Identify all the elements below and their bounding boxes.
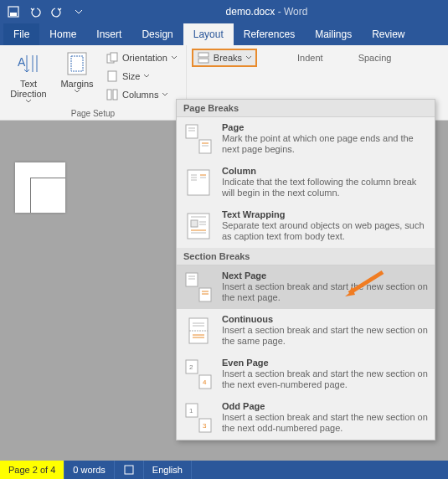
svg-text:3: 3 (203, 422, 207, 430)
svg-rect-11 (198, 59, 209, 63)
svg-text:2: 2 (189, 363, 193, 371)
breaks-button[interactable]: Breaks (192, 49, 257, 67)
column-break-icon (183, 166, 214, 199)
save-icon[interactable] (3, 2, 23, 22)
size-button[interactable]: Size (102, 67, 181, 85)
odd-page-icon: 13 (183, 401, 214, 435)
tab-insert[interactable]: Insert (86, 23, 131, 45)
tab-review[interactable]: Review (362, 23, 415, 45)
svg-rect-7 (108, 71, 116, 81)
svg-rect-9 (113, 90, 117, 100)
page-break-icon (183, 122, 214, 156)
svg-rect-1 (10, 13, 17, 16)
chevron-down-icon (245, 55, 252, 60)
status-language[interactable]: English (144, 461, 192, 479)
menu-item-even-page[interactable]: 24 Even Page Insert a section break and … (177, 353, 435, 396)
svg-rect-8 (107, 90, 111, 100)
group-label-page-setup: Page Setup (5, 107, 181, 118)
columns-button[interactable]: Columns (102, 85, 181, 104)
svg-rect-19 (188, 170, 209, 195)
tab-layout[interactable]: Layout (183, 23, 234, 45)
breaks-dropdown: Page Breaks Page Mark the point at which… (176, 99, 435, 440)
status-page[interactable]: Page 2 of 4 (0, 461, 64, 479)
svg-rect-10 (198, 53, 209, 57)
menu-item-odd-page[interactable]: 13 Odd Page Insert a section break and s… (177, 396, 435, 440)
continuous-icon (183, 314, 214, 348)
text-direction-button[interactable]: A Text Direction (5, 49, 52, 107)
svg-rect-26 (191, 220, 198, 227)
status-words[interactable]: 0 words (64, 461, 115, 479)
svg-rect-6 (111, 53, 117, 61)
menu-item-page[interactable]: Page Mark the point at which one page en… (177, 117, 435, 161)
orientation-icon (106, 51, 119, 64)
tab-home[interactable]: Home (39, 23, 86, 45)
chevron-down-icon (74, 89, 80, 94)
svg-rect-32 (186, 273, 198, 286)
spacing-label: Spacing (355, 49, 395, 67)
svg-text:A: A (18, 55, 26, 69)
menu-item-continuous[interactable]: Continuous Insert a section break and st… (177, 309, 435, 353)
dropdown-header-section-breaks: Section Breaks (177, 248, 435, 265)
svg-text:1: 1 (189, 407, 193, 415)
page-corner (15, 162, 65, 213)
tab-references[interactable]: References (234, 23, 305, 45)
margins-button[interactable]: Margins (54, 49, 100, 107)
qat-customize-icon[interactable] (69, 2, 89, 22)
margins-icon (64, 50, 90, 77)
next-page-icon (183, 270, 214, 304)
dropdown-header-page-breaks: Page Breaks (177, 100, 435, 117)
orientation-button[interactable]: Orientation (102, 49, 181, 67)
chevron-down-icon (162, 92, 168, 97)
menu-item-text-wrapping[interactable]: Text Wrapping Separate text around objec… (177, 204, 435, 248)
undo-icon[interactable] (25, 2, 45, 22)
svg-rect-13 (186, 125, 198, 138)
size-icon (106, 70, 119, 83)
tab-mailings[interactable]: Mailings (305, 23, 362, 45)
menu-item-column[interactable]: Column Indicate that the text following … (177, 161, 435, 204)
indent-label: Indent (294, 49, 327, 67)
menu-item-next-page[interactable]: Next Page Insert a section break and sta… (177, 265, 435, 309)
even-page-icon: 24 (183, 358, 214, 391)
svg-rect-12 (125, 466, 133, 474)
redo-icon[interactable] (47, 2, 67, 22)
svg-rect-33 (199, 288, 211, 301)
text-direction-icon: A (15, 50, 42, 77)
chevron-down-icon (25, 99, 32, 104)
window-title: demo.docx - Word (89, 6, 445, 18)
ribbon-tabs: File Home Insert Design Layout Reference… (0, 23, 448, 45)
chevron-down-icon (171, 55, 178, 60)
chevron-down-icon (143, 74, 150, 79)
columns-icon (106, 88, 119, 101)
tab-file[interactable]: File (3, 23, 39, 45)
breaks-icon (197, 51, 210, 64)
text-wrapping-icon (183, 209, 214, 243)
tab-design[interactable]: Design (131, 23, 183, 45)
svg-text:4: 4 (203, 379, 207, 386)
svg-rect-14 (199, 140, 211, 153)
status-spellcheck-icon[interactable] (115, 461, 144, 479)
